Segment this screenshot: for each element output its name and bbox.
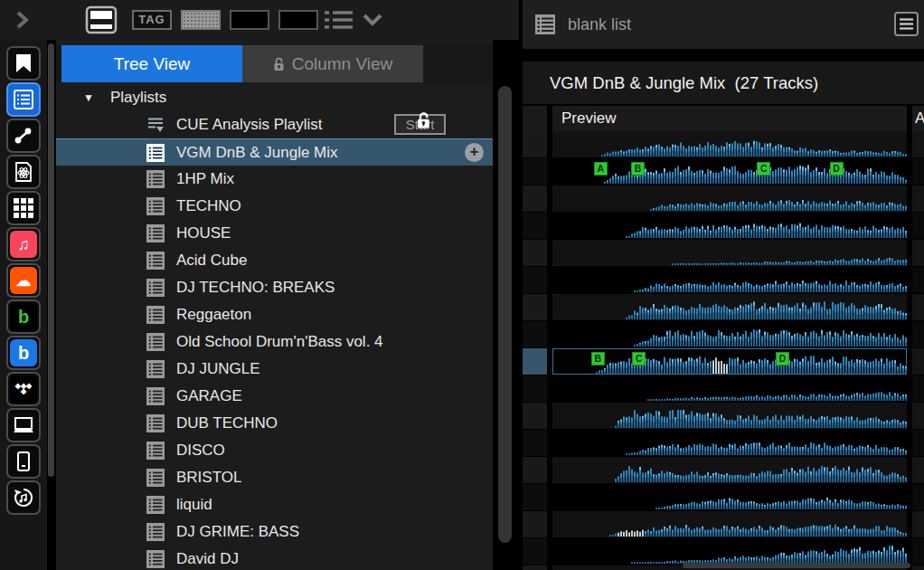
track-row[interactable]: BCD bbox=[523, 348, 924, 375]
tree-root-playlists[interactable]: ▼Playlists bbox=[56, 84, 493, 111]
cue-marker-b[interactable]: B bbox=[631, 162, 645, 176]
cue-marker-d[interactable]: D bbox=[830, 162, 844, 176]
track-list-icon[interactable] bbox=[324, 9, 354, 31]
tree-item[interactable]: CUE Analysis PlaylistStart bbox=[56, 111, 493, 138]
track-row[interactable] bbox=[523, 511, 924, 538]
track-row-number-cell bbox=[523, 511, 547, 537]
tree-item[interactable]: Reggaeton bbox=[56, 301, 493, 328]
track-row[interactable] bbox=[523, 267, 924, 294]
tree-item[interactable]: BRISTOL bbox=[56, 464, 493, 491]
track-row[interactable] bbox=[523, 538, 924, 565]
layout-window-button[interactable] bbox=[85, 5, 118, 34]
sidebar-scrollbar-thumb[interactable] bbox=[48, 43, 54, 477]
track-row[interactable]: ABCD bbox=[523, 158, 924, 185]
cue-marker-d[interactable]: D bbox=[776, 352, 789, 366]
waveform-canvas bbox=[552, 323, 907, 347]
track-row-number-cell bbox=[523, 538, 547, 565]
track-row[interactable] bbox=[523, 321, 924, 348]
track-row[interactable] bbox=[523, 484, 924, 511]
column-header-preview[interactable]: Preview bbox=[552, 106, 907, 131]
tag-button[interactable]: TAG bbox=[132, 10, 172, 30]
cue-marker-a[interactable]: A bbox=[594, 162, 608, 176]
sidebar-item-apple-music[interactable]: ♫ bbox=[6, 227, 41, 261]
track-row[interactable] bbox=[523, 430, 924, 457]
tree-item[interactable]: 1HP Mix bbox=[56, 166, 493, 193]
sidebar-item-playlists[interactable] bbox=[6, 82, 41, 117]
sidebar-item-tidal[interactable]: ◆◆◆◆ bbox=[6, 372, 41, 406]
track-row[interactable] bbox=[523, 213, 924, 240]
track-waveform-preview[interactable] bbox=[552, 321, 907, 347]
track-waveform-preview[interactable] bbox=[552, 538, 907, 565]
add-track-plus-icon[interactable]: + bbox=[465, 143, 484, 162]
sidebar-item-mobile-device[interactable] bbox=[6, 444, 41, 479]
track-row[interactable] bbox=[523, 294, 924, 321]
sidebar-item-computer[interactable] bbox=[6, 408, 41, 442]
track-waveform-preview[interactable] bbox=[552, 484, 907, 510]
tree-item[interactable]: VGM DnB & Jungle Mix+ bbox=[56, 138, 493, 166]
track-waveform-preview[interactable] bbox=[552, 213, 907, 239]
track-row[interactable] bbox=[523, 457, 924, 484]
tree-item[interactable]: DJ JUNGLE bbox=[56, 356, 493, 383]
tree-item[interactable]: David DJ bbox=[56, 546, 493, 570]
track-row[interactable] bbox=[523, 131, 924, 158]
track-waveform-preview[interactable] bbox=[552, 240, 907, 266]
playlist-icon bbox=[146, 170, 165, 188]
track-waveform-preview[interactable] bbox=[552, 131, 907, 157]
tree-item-label: DUB TECHNO bbox=[176, 414, 278, 432]
source-sidebar: ♫☁bb◆◆◆◆ bbox=[0, 40, 47, 570]
cue-marker-c[interactable]: C bbox=[632, 352, 646, 366]
list-options-button[interactable] bbox=[894, 12, 919, 36]
tag-color-swatch-black-2[interactable] bbox=[278, 10, 318, 30]
track-waveform-preview[interactable] bbox=[552, 403, 907, 429]
cue-marker-b[interactable]: B bbox=[591, 352, 605, 366]
track-waveform-preview[interactable] bbox=[552, 375, 907, 402]
track-row[interactable] bbox=[523, 240, 924, 267]
tab-tree-view[interactable]: Tree View bbox=[61, 45, 242, 82]
tree-item[interactable]: Acid Cube bbox=[56, 247, 493, 274]
track-waveform-preview[interactable] bbox=[552, 185, 907, 212]
tag-color-swatch-grey[interactable] bbox=[181, 10, 221, 30]
track-waveform-preview[interactable] bbox=[552, 430, 907, 456]
sidebar-item-itunes[interactable] bbox=[6, 155, 41, 189]
tree-item[interactable]: DUB TECHNO bbox=[56, 410, 493, 437]
sidebar-item-soundcloud[interactable]: ☁ bbox=[6, 263, 41, 298]
tab-column-view[interactable]: Column View bbox=[242, 45, 423, 82]
track-waveform-preview[interactable]: ABCD bbox=[552, 158, 907, 185]
track-row[interactable] bbox=[523, 185, 924, 213]
sidebar-item-related-tracks[interactable] bbox=[6, 119, 41, 153]
column-header-number[interactable] bbox=[523, 106, 547, 131]
playlist-icon bbox=[146, 197, 165, 215]
expand-panel-icon[interactable] bbox=[11, 9, 33, 31]
track-waveform-preview[interactable] bbox=[552, 457, 907, 483]
track-waveform-preview[interactable]: BCD bbox=[552, 348, 907, 375]
tag-color-swatch-black-1[interactable] bbox=[230, 10, 269, 30]
chevron-down-icon[interactable] bbox=[362, 13, 383, 27]
track-row[interactable] bbox=[523, 403, 924, 430]
track-row-next-column-cell bbox=[912, 565, 924, 570]
track-row[interactable] bbox=[523, 375, 924, 403]
tree-item[interactable]: Old School Drum'n'Bass vol. 4 bbox=[56, 328, 493, 356]
tree-item[interactable]: DJ GRIME: BASS bbox=[56, 518, 493, 546]
collapse-triangle-icon[interactable]: ▼ bbox=[83, 91, 94, 104]
tree-item[interactable]: HOUSE bbox=[56, 220, 493, 247]
tree-item[interactable]: DISCO bbox=[56, 437, 493, 464]
horizontal-scrollbar-thumb[interactable] bbox=[683, 563, 910, 568]
track-waveform-preview[interactable] bbox=[552, 511, 907, 537]
tree-item[interactable]: TECHNO bbox=[56, 193, 493, 220]
sidebar-item-beatsource[interactable]: b bbox=[6, 336, 41, 370]
column-header-truncated[interactable]: A bbox=[912, 106, 924, 131]
tree-item[interactable]: GARAGE bbox=[56, 383, 493, 410]
sidebar-item-sampler[interactable] bbox=[6, 191, 41, 225]
tree-scrollbar-thumb[interactable] bbox=[498, 86, 512, 543]
sidebar-item-beatport[interactable]: b bbox=[6, 299, 41, 334]
tree-item[interactable]: DJ TECHNO: BREAKS bbox=[56, 274, 493, 301]
track-waveform-preview[interactable] bbox=[552, 294, 907, 320]
sidebar-item-history[interactable] bbox=[6, 480, 41, 515]
tree-item-label: 1HP Mix bbox=[176, 170, 234, 188]
track-row-number-cell bbox=[523, 484, 547, 510]
track-waveform-preview[interactable] bbox=[552, 267, 907, 293]
track-row-number-cell bbox=[523, 267, 547, 293]
cue-marker-c[interactable]: C bbox=[757, 162, 770, 176]
sidebar-item-bookmarks[interactable] bbox=[6, 46, 41, 81]
tree-item[interactable]: liquid bbox=[56, 491, 493, 518]
